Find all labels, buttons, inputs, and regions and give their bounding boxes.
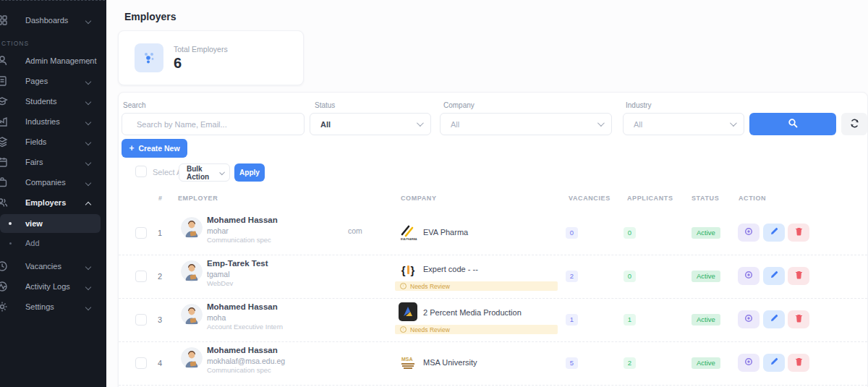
status-badge: Active xyxy=(692,271,720,282)
company-value: All xyxy=(451,120,459,129)
industry-value: All xyxy=(634,120,642,129)
fields-icon xyxy=(0,136,8,148)
needs-review-label: Needs Review xyxy=(410,283,450,290)
row-checkbox[interactable] xyxy=(135,357,147,369)
bulk-action-value: Bulk Action xyxy=(187,165,215,181)
sidebar-item-dashboards[interactable]: Dashboards xyxy=(0,10,106,30)
status-value: All xyxy=(320,120,331,129)
pencil-icon xyxy=(770,357,778,368)
avatar xyxy=(181,260,203,282)
sidebar-item-admin-management[interactable]: Admin Management xyxy=(0,51,106,71)
chevron-down-icon xyxy=(85,99,91,105)
needs-review-label: Needs Review xyxy=(410,326,450,333)
sidebar-item-label: Settings xyxy=(25,302,54,311)
trash-icon xyxy=(795,271,803,281)
chevron-down-icon xyxy=(85,264,91,270)
sidebar-section-label: CTIONS xyxy=(0,36,106,51)
employer-job-title: Communication spec xyxy=(207,366,271,374)
trash-icon xyxy=(795,314,803,325)
row-checkbox[interactable] xyxy=(135,314,147,326)
sidebar-item-settings[interactable]: Settings xyxy=(0,297,106,317)
row-checkbox[interactable] xyxy=(135,227,147,239)
sidebar-item-industries[interactable]: Industries xyxy=(0,111,106,132)
row-index: 2 xyxy=(153,272,166,281)
svg-text:EVA PHARMA: EVA PHARMA xyxy=(401,238,417,241)
vacancies-badge: 0 xyxy=(566,227,578,239)
company-name: MSA University xyxy=(423,358,477,367)
warning-icon: ! xyxy=(400,283,407,289)
delete-button[interactable] xyxy=(788,354,809,372)
edit-button[interactable] xyxy=(763,267,785,285)
company-name: 2 Percent Media Production xyxy=(423,308,522,317)
edit-button[interactable] xyxy=(763,310,785,328)
sidebar-item-label: Students xyxy=(25,97,56,106)
search-input[interactable] xyxy=(122,113,305,135)
employer-job-title: Account Executive Intern xyxy=(207,323,283,331)
view-button[interactable] xyxy=(738,267,760,285)
sidebar-subitem-label: Add xyxy=(25,239,40,247)
refresh-icon xyxy=(850,119,859,130)
bullet-icon xyxy=(9,222,12,225)
sidebar-item-activity-logs[interactable]: Activity Logs xyxy=(0,276,106,297)
table-row: 2 Emp-Tarek Test tgamal WebDev {} Expert… xyxy=(119,255,867,299)
sidebar-item-employers[interactable]: Employers xyxy=(0,192,106,213)
view-button[interactable] xyxy=(738,310,760,328)
status-select[interactable]: All xyxy=(310,113,431,135)
delete-button[interactable] xyxy=(788,310,809,328)
settings-icon xyxy=(0,301,8,312)
refresh-button[interactable] xyxy=(841,113,867,135)
sidebar-subitem-view[interactable]: view xyxy=(0,214,101,233)
header-company: COMPANY xyxy=(401,195,437,202)
industries-icon xyxy=(0,116,8,127)
row-index: 1 xyxy=(153,229,166,237)
chevron-down-icon xyxy=(85,18,91,24)
table-row: 4 Mohamed Hassan mokhalaf@msa.edu.eg Com… xyxy=(119,341,867,386)
sidebar-item-label: Companies xyxy=(25,178,66,187)
search-button[interactable] xyxy=(749,113,836,135)
edit-button[interactable] xyxy=(763,354,785,372)
applicants-badge: 0 xyxy=(624,271,636,282)
vacancies-badge: 1 xyxy=(566,314,578,326)
sidebar-item-label: Employers xyxy=(25,198,66,207)
activity-icon xyxy=(0,281,8,292)
pages-icon xyxy=(0,75,8,87)
employers-group-icon xyxy=(135,43,163,72)
pencil-icon xyxy=(770,227,778,238)
apply-button[interactable]: Apply xyxy=(234,163,265,182)
company-logo-msa-university: MSA xyxy=(399,354,417,373)
sidebar-item-pages[interactable]: Pages xyxy=(0,71,106,91)
page-title: Employers xyxy=(124,11,176,22)
sidebar-item-vacancies[interactable]: Vacancies xyxy=(0,256,106,276)
row-checkbox[interactable] xyxy=(135,271,147,282)
delete-button[interactable] xyxy=(788,224,809,242)
industry-select[interactable]: All xyxy=(623,113,744,135)
delete-button[interactable] xyxy=(788,267,809,285)
eye-icon xyxy=(744,314,753,325)
search-label: Search xyxy=(123,101,146,109)
select-all-checkbox[interactable] xyxy=(135,166,147,177)
employer-email: tgamal xyxy=(207,270,230,278)
sidebar-item-fairs[interactable]: Fairs xyxy=(0,152,106,172)
create-new-button[interactable]: + Create New xyxy=(122,139,187,158)
employer-email: mokhalaf@msa.edu.eg xyxy=(207,357,285,365)
sidebar-subitem-add[interactable]: Add xyxy=(0,234,106,252)
sidebar-item-students[interactable]: Students xyxy=(0,91,106,111)
status-label: Status xyxy=(315,101,335,109)
chevron-down-icon xyxy=(85,305,91,310)
row-index: 4 xyxy=(153,359,166,367)
company-logo-expert-code: {} xyxy=(399,260,417,279)
create-new-label: Create New xyxy=(138,144,179,153)
edit-button[interactable] xyxy=(763,224,785,242)
company-select[interactable]: All xyxy=(440,113,612,135)
employer-job-title: WebDev xyxy=(207,279,233,287)
view-button[interactable] xyxy=(738,354,760,372)
sidebar-item-fields[interactable]: Fields xyxy=(0,132,106,152)
view-button[interactable] xyxy=(738,224,760,242)
chevron-down-icon xyxy=(85,284,91,290)
eye-icon xyxy=(744,227,753,238)
bulk-action-select[interactable]: Bulk Action xyxy=(179,163,230,182)
header-action: ACTION xyxy=(739,195,766,202)
sidebar-item-companies[interactable]: Companies xyxy=(0,172,106,192)
trash-icon xyxy=(795,357,803,368)
sidebar-item-label: Fairs xyxy=(25,158,43,166)
